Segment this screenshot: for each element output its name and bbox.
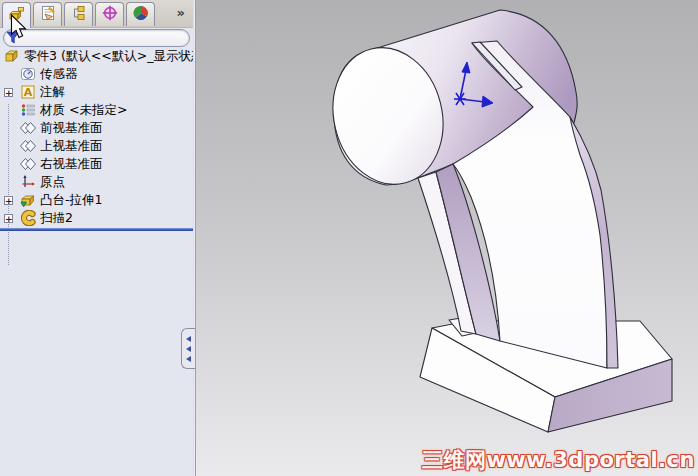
tree-item-sweep2[interactable]: + 扫描2 [0,209,190,227]
plane-icon [20,156,36,172]
graphics-viewport[interactable]: 三维网www.3dportal.cn [196,0,698,476]
tab-displaymanager[interactable] [126,2,155,26]
plane-icon [20,138,36,154]
rollback-bar[interactable] [0,228,193,231]
tree-item-label: 传感器 [40,65,78,83]
model-3d [196,0,698,476]
tree-item-label: 右视基准面 [40,155,103,173]
expand-toggle[interactable]: + [4,214,13,223]
sensor-icon [20,66,36,82]
feature-tree: 零件3 (默认<<默认>_显示状态 传感器 + A 注解 [0,47,190,227]
collapse-arrow-icon [186,356,191,362]
tree-item-front-plane[interactable]: 前视基准面 [0,119,190,137]
boss-extrude-icon [20,192,36,208]
plane-icon [20,120,36,136]
tree-item-label: 前视基准面 [40,119,103,137]
watermark-text: 三维网www.3dportal.cn [422,446,695,474]
collapse-arrow-icon [186,336,191,342]
tree-item-top-plane[interactable]: 上视基准面 [0,137,190,155]
tree-item-sensors[interactable]: 传感器 [0,65,190,83]
tree-item-label: 上视基准面 [40,137,103,155]
tree-filter-input[interactable] [3,29,190,47]
tree-item-material[interactable]: 材质 <未指定> [0,101,190,119]
panel-collapse-handle[interactable] [181,328,195,369]
tab-overflow-chevron[interactable]: » [177,5,185,20]
tree-item-label: 材质 <未指定> [40,101,127,119]
origin-icon [20,174,36,190]
tree-item-right-plane[interactable]: 右视基准面 [0,155,190,173]
tree-item-label: 扫描2 [40,209,73,227]
expand-toggle[interactable]: + [4,88,13,97]
tree-item-label: 凸台-拉伸1 [40,191,102,209]
tree-item-annotations[interactable]: + A 注解 [0,83,190,101]
sweep-icon [20,210,36,226]
configuration-manager-icon [71,5,87,25]
feature-manager-panel: » 零件3 (默认<<默认>_显示状态 [0,0,193,476]
tree-item-origin[interactable]: 原点 [0,173,190,191]
mouse-cursor-arrow [10,14,30,44]
dimxpert-manager-icon [102,5,118,25]
collapse-arrow-icon [186,346,191,352]
material-icon [20,102,36,118]
display-manager-icon [133,5,149,25]
tree-item-part-root[interactable]: 零件3 (默认<<默认>_显示状态 [0,47,190,65]
expand-toggle[interactable]: + [4,196,13,205]
tree-item-label: 零件3 (默认<<默认>_显示状态 [24,47,203,65]
tab-configurationmanager[interactable] [64,2,93,26]
property-manager-icon [40,5,56,25]
tree-item-label: 原点 [40,173,65,191]
tab-dimxpertmanager[interactable] [95,2,124,26]
tree-item-boss-extrude1[interactable]: + 凸台-拉伸1 [0,191,190,209]
tree-item-label: 注解 [40,83,65,101]
part-icon [4,48,20,64]
svg-text:A: A [24,86,33,99]
tab-propertymanager[interactable] [33,2,62,26]
annotations-icon: A [20,84,36,100]
